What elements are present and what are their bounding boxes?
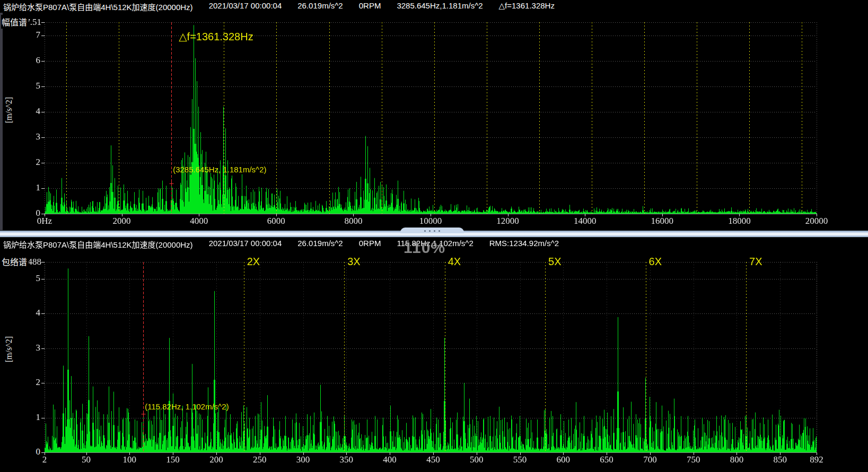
x-tick-label: 450	[426, 454, 440, 465]
y-tick-label: 5	[15, 81, 40, 91]
x-tick-label: 12000	[496, 216, 519, 226]
harmonic-order-label: 4X	[448, 256, 461, 268]
x-tick-label: 550	[513, 454, 527, 465]
timestamp: 2021/03/17 00:00:04	[209, 239, 282, 250]
amplitude-spectrum-panel: 锅炉给水泵P807A\泵自由端4H\512K加速度(20000Hz) 2021/…	[0, 0, 868, 230]
x-tick-label: 2	[42, 454, 47, 465]
x-tick-label: 150	[166, 454, 180, 465]
y-tick-label: 0	[15, 447, 40, 457]
overall-level: 26.019m/s^2	[297, 239, 343, 250]
amplitude-spectrum-header: 锅炉给水泵P807A\泵自由端4H\512K加速度(20000Hz) 2021/…	[3, 1, 555, 12]
cursor-annotation: (3285.645Hz, 1.181m/s^2)	[173, 165, 266, 174]
splitter-grip-icon[interactable]	[400, 228, 464, 233]
y-axis-unit-label: [m/s^2]	[4, 97, 14, 123]
envelope-spectrum-header: 锅炉给水泵P807A\泵自由端4H\512K加速度(20000Hz) 2021/…	[3, 239, 559, 250]
delta-f-annotation: △f=1361.328Hz	[179, 30, 253, 43]
y-axis-unit-label: [m/s^2]	[4, 336, 14, 362]
x-tick-label: 750	[687, 454, 700, 465]
amplitude-spectrum-canvas[interactable]	[40, 19, 821, 217]
x-tick-label: 250	[253, 454, 267, 465]
y-tick-label: 3	[15, 343, 40, 353]
y-tick-label: 4	[15, 308, 40, 318]
y-tick-label: 3	[15, 132, 40, 142]
y-tick-label: 1	[15, 182, 40, 193]
y-tick-label: 1	[15, 412, 40, 423]
cursor-annotation: (115.82Hz, 1.102m/s^2)	[145, 402, 229, 411]
x-tick-label: 600	[557, 454, 571, 465]
delta-f-readout: △f=1361.328Hz	[499, 1, 555, 12]
envelope-spectrum-canvas[interactable]	[40, 259, 821, 456]
y-tick-label: 2	[15, 157, 40, 168]
x-tick-label: 500	[470, 454, 484, 465]
x-tick-label: 50	[82, 454, 91, 465]
x-tick-label: 16000	[651, 216, 674, 226]
timestamp: 2021/03/17 00:00:04	[209, 1, 282, 12]
harmonic-order-label: 2X	[247, 256, 260, 268]
x-tick-label: 14000	[574, 216, 597, 226]
harmonic-order-label: 5X	[548, 256, 561, 268]
x-tick-label: 2000	[113, 216, 131, 226]
x-tick-label: 100	[123, 454, 137, 465]
x-tick-label: 6000	[267, 216, 285, 226]
x-tick-label: 800	[730, 454, 744, 465]
overall-level: 26.019m/s^2	[297, 1, 343, 12]
harmonic-order-label: 3X	[347, 256, 360, 268]
x-tick-label: 8000	[344, 216, 362, 226]
vibration-analyzer-window: 锅炉给水泵P807A\泵自由端4H\512K加速度(20000Hz) 2021/…	[0, 0, 868, 472]
x-tick-label: 650	[600, 454, 613, 465]
y-tick-label: 5	[15, 273, 40, 284]
channel-path: 锅炉给水泵P807A\泵自由端4H\512K加速度(20000Hz)	[3, 239, 193, 250]
x-tick-label: 892	[810, 454, 823, 465]
x-tick-label: 700	[643, 454, 657, 465]
x-tick-label: 350	[340, 454, 354, 465]
x-tick-label: 10000	[419, 216, 442, 226]
channel-path: 锅炉给水泵P807A\泵自由端4H\512K加速度(20000Hz)	[3, 1, 193, 12]
panel-title-amplitude: 幅值谱	[1, 15, 29, 29]
harmonic-order-label: 7X	[749, 256, 762, 268]
zoom-level-indicator: 110%	[404, 239, 445, 257]
x-tick-label: 20000	[805, 216, 828, 226]
harmonic-order-label: 6X	[649, 256, 662, 268]
panel-title-envelope: 包络谱	[1, 255, 29, 268]
x-tick-label: 200	[209, 454, 223, 465]
x-tick-label: 850	[774, 454, 787, 465]
rpm-readout: 0RPM	[359, 1, 381, 12]
envelope-spectrum-panel: 锅炉给水泵P807A\泵自由端4H\512K加速度(20000Hz) 2021/…	[0, 238, 868, 472]
x-tick-label: 300	[296, 454, 310, 465]
y-tick-label: 6	[15, 55, 40, 66]
x-tick-label: 18000	[728, 216, 751, 226]
y-tick-label: 4	[15, 106, 40, 117]
cursor-readout: 3285.645Hz,1.181m/s^2	[397, 1, 483, 12]
y-tick-label: 0	[15, 208, 40, 218]
x-tick-label: 4000	[190, 216, 208, 226]
y-tick-label: 7	[15, 30, 40, 40]
panel-splitter[interactable]	[0, 230, 868, 238]
rms-readout: RMS:1234.92m/s^2	[489, 239, 559, 250]
x-tick-label: 400	[383, 454, 397, 465]
y-tick-label: 2	[15, 377, 40, 388]
rpm-readout: 0RPM	[359, 239, 381, 250]
